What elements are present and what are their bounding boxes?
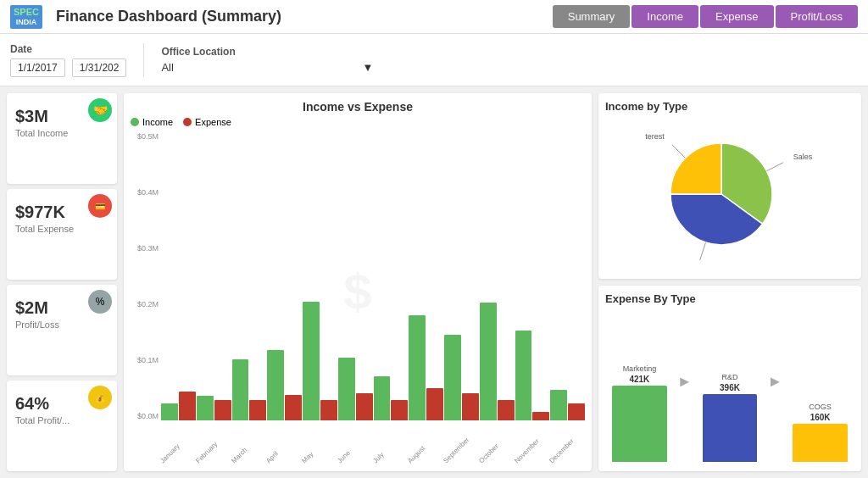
hbar-label: COGS bbox=[809, 403, 832, 411]
y-label: $0.0M bbox=[131, 412, 159, 420]
month-label: May bbox=[300, 435, 330, 464]
income-bar bbox=[267, 350, 284, 420]
location-value: All bbox=[161, 61, 173, 74]
income-label: Total Income bbox=[15, 128, 68, 138]
income-bar bbox=[232, 359, 249, 420]
date-filter-group: Date 1/1/2017 1/31/202 bbox=[10, 43, 126, 77]
month-group: June bbox=[338, 358, 373, 420]
logo-india: INDIA bbox=[14, 18, 39, 27]
tab-expense[interactable]: Expense bbox=[700, 5, 774, 28]
expense-bar bbox=[285, 395, 302, 420]
income-bar bbox=[444, 335, 461, 420]
kpi-panel: 🤝 $3M Total Income 💳 $977K Total Expense… bbox=[7, 93, 117, 471]
income-bar bbox=[480, 303, 497, 420]
y-label: $0.2M bbox=[131, 300, 159, 308]
kpi-profit-loss: % $2M Profit/Loss bbox=[7, 285, 117, 375]
income-bar bbox=[338, 358, 355, 420]
month-group: March bbox=[232, 359, 267, 420]
location-filter-group: Office Location All ▼ bbox=[161, 46, 858, 74]
month-label: December bbox=[548, 435, 578, 464]
total-profit-icon: 💰 bbox=[88, 386, 112, 409]
date-inputs: 1/1/2017 1/31/202 bbox=[10, 58, 126, 77]
hbar-value: 421K bbox=[629, 375, 649, 384]
page-title: Finance Dashboard (Summary) bbox=[56, 8, 553, 25]
month-label: February bbox=[194, 435, 224, 464]
expense-bar bbox=[462, 393, 479, 420]
pie-chart: SalesRevenueInterest bbox=[645, 126, 815, 262]
expense-bar bbox=[214, 400, 231, 420]
income-bar bbox=[515, 331, 532, 420]
nav-tabs: Summary Income Expense Profit/Loss bbox=[553, 5, 858, 28]
location-label: Office Location bbox=[161, 46, 858, 58]
month-group: February bbox=[197, 396, 231, 420]
date-from[interactable]: 1/1/2017 bbox=[10, 58, 65, 77]
month-label: June bbox=[336, 435, 365, 464]
expense-by-type-card: Expense By Type Marketing421K►R&D396K►CO… bbox=[598, 286, 861, 471]
income-by-type-card: Income by Type SalesRevenueInterest bbox=[598, 93, 861, 279]
expense-bar bbox=[356, 393, 373, 420]
month-label: September bbox=[442, 435, 471, 464]
income-dot bbox=[131, 118, 139, 126]
expense-bar bbox=[426, 388, 443, 420]
expense-bar bbox=[320, 400, 337, 420]
kpi-total-profit: 💰 64% Total Profit/... bbox=[7, 381, 117, 471]
income-bar bbox=[161, 403, 178, 420]
logo: SPEC INDIA bbox=[10, 5, 47, 29]
chart-title: Income vs Expense bbox=[131, 100, 585, 114]
expense-icon: 💳 bbox=[88, 194, 112, 218]
bar-chart-area: $0.5M$0.4M$0.3M$0.2M$0.1M$0.0MJanuaryFeb… bbox=[131, 132, 585, 450]
hbar-label: R&D bbox=[721, 373, 737, 381]
month-label: July bbox=[371, 435, 401, 464]
income-bar bbox=[197, 396, 214, 420]
income-icon: 🤝 bbox=[88, 98, 112, 122]
hbar-arrow: ► bbox=[767, 373, 782, 399]
profit-value: $2M bbox=[15, 298, 48, 318]
tab-income[interactable]: Income bbox=[632, 5, 698, 28]
month-group: July bbox=[374, 376, 409, 420]
date-label: Date bbox=[10, 43, 126, 55]
month-group: September bbox=[444, 335, 479, 420]
expense-type-title: Expense By Type bbox=[605, 292, 854, 305]
location-select[interactable]: All ▼ bbox=[161, 61, 373, 74]
income-vs-expense-chart: Income vs Expense Income Expense $ $0.5M… bbox=[124, 93, 592, 471]
tab-summary[interactable]: Summary bbox=[553, 5, 631, 28]
month-group: October bbox=[480, 303, 515, 420]
profit-icon: % bbox=[88, 290, 112, 314]
hbar-value: 160K bbox=[810, 413, 831, 422]
hbar-bar bbox=[793, 424, 848, 462]
kpi-expense: 💳 $977K Total Expense bbox=[7, 189, 117, 280]
chart-legend: Income Expense bbox=[131, 117, 585, 127]
y-label: $0.1M bbox=[131, 356, 159, 364]
tab-profit-loss[interactable]: Profit/Loss bbox=[776, 5, 858, 28]
y-label: $0.5M bbox=[131, 132, 159, 141]
income-bar bbox=[409, 315, 426, 420]
y-label: $0.3M bbox=[131, 244, 159, 253]
legend-expense: Expense bbox=[183, 117, 231, 127]
month-label: January bbox=[159, 435, 188, 464]
income-bar bbox=[374, 376, 391, 420]
svg-line-0 bbox=[766, 162, 783, 170]
svg-text:Interest: Interest bbox=[645, 132, 665, 141]
header: SPEC INDIA Finance Dashboard (Summary) S… bbox=[0, 0, 868, 34]
hbar-group: R&D396K bbox=[696, 373, 765, 462]
income-value: $3M bbox=[15, 107, 48, 126]
income-bar bbox=[303, 302, 320, 420]
month-group: January bbox=[161, 392, 196, 420]
legend-expense-label: Expense bbox=[195, 117, 231, 127]
profit-label: Profit/Loss bbox=[15, 320, 59, 330]
month-label: October bbox=[477, 435, 507, 464]
kpi-income: 🤝 $3M Total Income bbox=[7, 93, 117, 184]
legend-income: Income bbox=[131, 117, 173, 127]
filters-row: Date 1/1/2017 1/31/202 Office Location A… bbox=[0, 34, 868, 86]
svg-text:Sales: Sales bbox=[793, 153, 813, 161]
logo-spec: SPEC bbox=[14, 7, 39, 18]
income-type-title: Income by Type bbox=[605, 100, 854, 113]
date-to[interactable]: 1/31/202 bbox=[72, 58, 127, 77]
svg-line-2 bbox=[700, 242, 706, 260]
month-group: December bbox=[550, 390, 585, 420]
month-group: April bbox=[267, 350, 302, 420]
month-group: November bbox=[515, 331, 550, 420]
expense-bar bbox=[179, 392, 196, 420]
logo-box: SPEC INDIA bbox=[10, 5, 42, 29]
expense-label: Total Expense bbox=[15, 224, 74, 234]
